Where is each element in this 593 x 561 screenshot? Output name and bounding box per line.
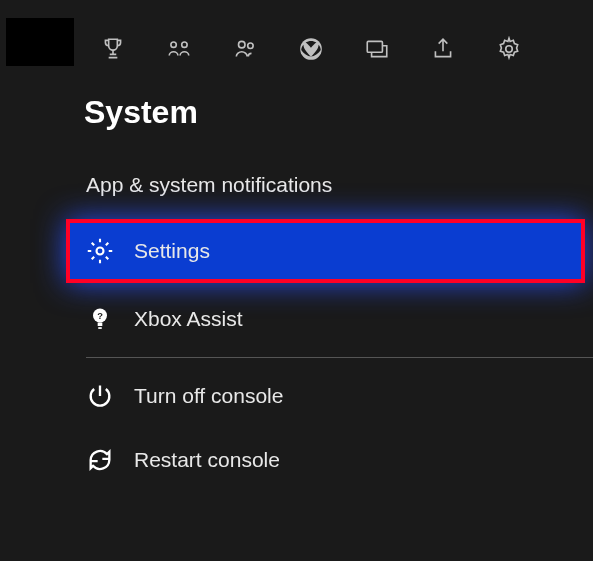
menu-divider xyxy=(86,357,593,358)
menu-item-xbox-assist[interactable]: ? Xbox Assist xyxy=(0,291,593,347)
menu-label: App & system notifications xyxy=(86,173,332,197)
svg-text:?: ? xyxy=(97,311,103,321)
svg-rect-10 xyxy=(98,327,102,329)
settings-gear-icon[interactable] xyxy=(496,36,522,62)
svg-point-0 xyxy=(171,42,176,47)
top-toolbar xyxy=(0,0,593,62)
svg-rect-5 xyxy=(367,41,382,52)
svg-point-3 xyxy=(248,43,253,48)
system-menu: App & system notifications Settings ? Xb… xyxy=(0,159,593,488)
messages-icon[interactable] xyxy=(364,36,390,62)
menu-label: Restart console xyxy=(134,448,280,472)
svg-point-2 xyxy=(239,41,246,48)
svg-point-7 xyxy=(97,248,104,255)
friends-icon[interactable] xyxy=(232,36,258,62)
page-title: System xyxy=(84,94,593,131)
menu-label: Settings xyxy=(134,239,210,263)
profile-block xyxy=(6,18,74,66)
menu-item-restart[interactable]: Restart console xyxy=(0,432,593,488)
svg-point-6 xyxy=(506,46,513,53)
share-icon[interactable] xyxy=(430,36,456,62)
svg-rect-9 xyxy=(98,323,103,327)
party-icon[interactable] xyxy=(166,36,192,62)
xbox-icon[interactable] xyxy=(298,36,324,62)
svg-point-1 xyxy=(182,42,187,47)
menu-item-turn-off[interactable]: Turn off console xyxy=(0,368,593,424)
menu-label: Xbox Assist xyxy=(134,307,243,331)
menu-item-settings[interactable]: Settings xyxy=(66,219,585,283)
menu-item-notifications[interactable]: App & system notifications xyxy=(0,159,593,211)
lightbulb-icon: ? xyxy=(86,305,114,333)
power-icon xyxy=(86,382,114,410)
achievements-icon[interactable] xyxy=(100,36,126,62)
restart-icon xyxy=(86,446,114,474)
gear-icon xyxy=(86,237,114,265)
menu-label: Turn off console xyxy=(134,384,283,408)
